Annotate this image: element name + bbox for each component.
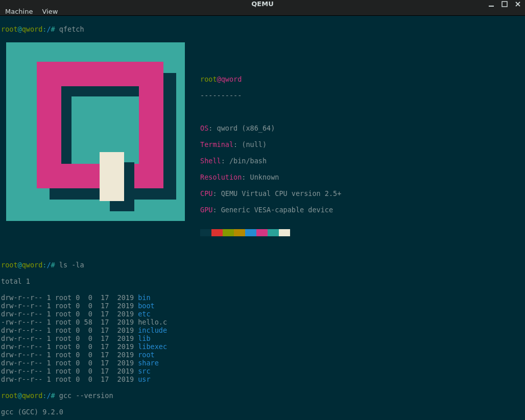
- fetch-os-v: : qword (x86_64): [208, 124, 275, 132]
- qword-logo: [6, 42, 185, 221]
- fetch-cpu-v: : QEMU Virtual CPU version 2.5+: [212, 189, 341, 197]
- ls-perm: drw-r--r-- 1 root 0 0 17 2019: [1, 334, 138, 342]
- menu-machine[interactable]: Machine: [5, 8, 33, 15]
- ls-row: drw-r--r-- 1 root 0 0 17 2019 root: [1, 351, 524, 359]
- svg-rect-0: [489, 6, 494, 7]
- fetch-gpu-v: : Generic VESA-capable device: [212, 206, 333, 214]
- qemu-window: QEMU Machine View root@qword:/# qfetch r…: [0, 0, 525, 420]
- ls-filename: src: [138, 367, 150, 375]
- ls-filename: libexec: [138, 342, 167, 351]
- fetch-os-k: OS: [200, 124, 208, 132]
- ls-perm: drw-r--r-- 1 root 0 0 17 2019: [1, 293, 138, 302]
- fetch-user: root: [200, 75, 217, 83]
- cmd-qfetch: qfetch: [59, 25, 84, 33]
- prompt-user: root: [1, 261, 18, 269]
- color-swatch: [223, 229, 234, 236]
- cmd-ls: ls -la: [59, 261, 84, 269]
- prompt-user: root: [1, 391, 18, 400]
- titlebar: QEMU: [0, 0, 525, 8]
- color-swatches: [200, 229, 341, 236]
- ls-filename: include: [138, 326, 167, 334]
- ls-perm: drw-r--r-- 1 root 0 0 17 2019: [1, 351, 138, 359]
- ls-perm: -rw-r--r-- 1 root 0 58 17 2019: [1, 318, 138, 326]
- color-swatch: [268, 229, 279, 236]
- prompt-user: root: [1, 25, 18, 33]
- qfetch-output: root@qword ---------- OS: qword (x86_64)…: [1, 41, 524, 253]
- prompt-at: @: [18, 261, 22, 269]
- ls-filename: bin: [138, 293, 150, 302]
- ls-row: drw-r--r-- 1 root 0 0 17 2019 bin: [1, 293, 524, 302]
- ls-filename: share: [138, 359, 159, 367]
- cmd-gcc: gcc --version: [59, 391, 113, 400]
- fetch-at: @: [217, 75, 221, 83]
- ls-filename: boot: [138, 302, 155, 310]
- color-swatch: [234, 229, 245, 236]
- ls-row: drw-r--r-- 1 root 0 0 17 2019 lib: [1, 334, 524, 342]
- fetch-res-k: Resolution: [200, 173, 242, 181]
- ls-row: drw-r--r-- 1 root 0 0 17 2019 boot: [1, 302, 524, 310]
- fetch-res-v: : Unknown: [242, 173, 279, 181]
- prompt-path: /: [46, 25, 51, 33]
- fetch-host: qword: [221, 75, 242, 83]
- gcc-line: gcc (GCC) 9.2.0: [1, 408, 524, 416]
- ls-perm: drw-r--r-- 1 root 0 0 17 2019: [1, 310, 138, 318]
- prompt-host: qword: [22, 261, 43, 269]
- menu-view[interactable]: View: [42, 8, 58, 15]
- ls-filename: etc: [138, 310, 150, 318]
- menubar: Machine View: [0, 8, 525, 16]
- minimize-icon[interactable]: [487, 0, 495, 8]
- ls-perm: drw-r--r-- 1 root 0 0 17 2019: [1, 326, 138, 334]
- maximize-icon[interactable]: [500, 0, 509, 8]
- color-swatch: [279, 229, 290, 236]
- ls-filename: usr: [138, 375, 150, 383]
- ls-filename: hello.c: [138, 318, 167, 326]
- color-swatch: [211, 229, 223, 236]
- fetch-shell-k: Shell: [200, 157, 221, 165]
- ls-row: drw-r--r-- 1 root 0 0 17 2019 src: [1, 367, 524, 375]
- prompt-hash: #: [51, 391, 59, 400]
- prompt-hash: #: [51, 261, 59, 269]
- fetch-term-k: Terminal: [200, 140, 233, 149]
- ls-row: -rw-r--r-- 1 root 0 58 17 2019 hello.c: [1, 318, 524, 326]
- color-swatch: [200, 229, 211, 236]
- fetch-cpu-k: CPU: [200, 189, 212, 197]
- ls-perm: drw-r--r-- 1 root 0 0 17 2019: [1, 367, 138, 375]
- prompt-hash: #: [51, 25, 59, 33]
- ls-row: drw-r--r-- 1 root 0 0 17 2019 share: [1, 359, 524, 367]
- ls-filename: root: [138, 351, 155, 359]
- window-controls: [487, 0, 522, 8]
- fetch-term-v: : (null): [233, 140, 267, 149]
- prompt-at: @: [18, 391, 22, 400]
- ls-listing: drw-r--r-- 1 root 0 0 17 2019 bindrw-r--…: [1, 293, 524, 383]
- prompt-host: qword: [22, 391, 43, 400]
- color-swatch: [256, 229, 268, 236]
- fetch-shell-v: : /bin/bash: [221, 157, 267, 165]
- ls-row: drw-r--r-- 1 root 0 0 17 2019 libexec: [1, 342, 524, 351]
- window-title: QEMU: [251, 0, 273, 8]
- ls-filename: lib: [138, 334, 150, 342]
- ls-perm: drw-r--r-- 1 root 0 0 17 2019: [1, 302, 138, 310]
- ls-perm: drw-r--r-- 1 root 0 0 17 2019: [1, 342, 138, 351]
- terminal-area[interactable]: root@qword:/# qfetch root@qword --------…: [0, 16, 525, 420]
- prompt-host: qword: [22, 25, 43, 33]
- prompt-path: /: [46, 261, 51, 269]
- close-icon[interactable]: [514, 0, 522, 8]
- fetch-gpu-k: GPU: [200, 206, 212, 214]
- prompt-path: /: [46, 391, 51, 400]
- ls-perm: drw-r--r-- 1 root 0 0 17 2019: [1, 359, 138, 367]
- prompt-at: @: [18, 25, 22, 33]
- ls-row: drw-r--r-- 1 root 0 0 17 2019 etc: [1, 310, 524, 318]
- ls-total: total 1: [1, 277, 524, 285]
- ls-perm: drw-r--r-- 1 root 0 0 17 2019: [1, 375, 138, 383]
- ls-row: drw-r--r-- 1 root 0 0 17 2019 include: [1, 326, 524, 334]
- svg-rect-1: [502, 2, 507, 7]
- fetch-info: root@qword ---------- OS: qword (x86_64)…: [185, 41, 341, 253]
- ls-row: drw-r--r-- 1 root 0 0 17 2019 usr: [1, 375, 524, 383]
- color-swatch: [245, 229, 256, 236]
- fetch-divider: ----------: [200, 91, 341, 100]
